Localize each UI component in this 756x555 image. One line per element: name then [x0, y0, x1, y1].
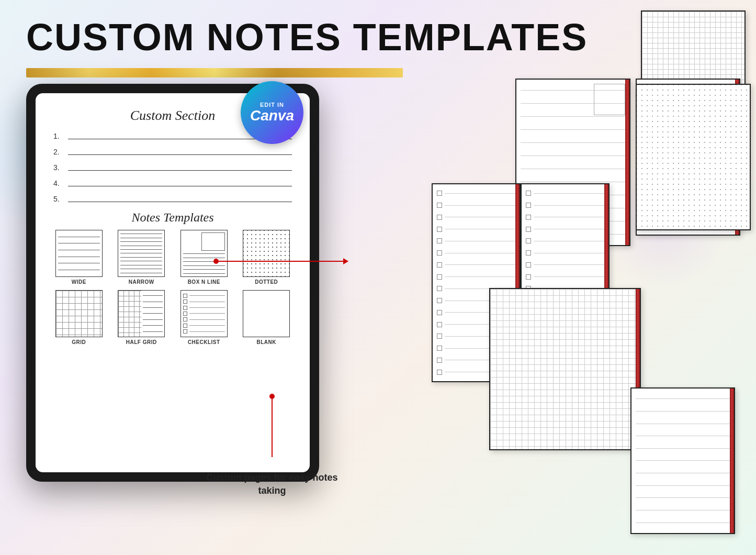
- page-grid-bottom-content: [490, 289, 640, 449]
- page-card-dotted: [636, 84, 751, 230]
- red-arrow-blank-template: [272, 397, 273, 457]
- half-grid-pattern: [118, 291, 164, 337]
- numbered-line-5: 5.: [53, 195, 292, 203]
- template-label-box-n-line: BOX N LINE: [188, 279, 220, 285]
- template-item-narrow: NARROW: [113, 230, 171, 285]
- template-label-checklist: CHECKLIST: [188, 339, 220, 345]
- box-n-line-lines: [181, 251, 227, 276]
- template-box-half-grid: [118, 290, 165, 337]
- line-hr-5: [68, 202, 292, 202]
- template-box-checklist: [180, 290, 228, 337]
- template-item-wide: WIDE: [50, 230, 108, 285]
- template-item-blank: BLANK: [238, 290, 296, 345]
- template-item-grid: GRID: [50, 290, 108, 345]
- caption-text: Custom pages for easy notes taking: [204, 471, 340, 497]
- red-arrow-notes-templates: [217, 261, 348, 262]
- box-n-line-pattern: [181, 230, 227, 276]
- gold-bar-decoration: [26, 68, 403, 77]
- numbered-lines-container: 1. 2. 3. 4. 5.: [53, 132, 292, 203]
- page-top-right-box: [594, 84, 625, 115]
- line-num-2: 2.: [53, 148, 64, 156]
- dotted-pattern: [243, 230, 289, 276]
- blank-pattern: [243, 291, 289, 337]
- notes-templates-title: Notes Templates: [48, 210, 297, 225]
- caption-line2: taking: [258, 485, 286, 496]
- template-label-grid: GRID: [72, 339, 86, 345]
- template-label-dotted: DOTTED: [255, 279, 278, 285]
- template-item-box-n-line: BOX N LINE: [175, 230, 233, 285]
- red-spine-lined-bottom-right: [730, 389, 734, 533]
- template-label-narrow: NARROW: [129, 279, 154, 285]
- template-box-wide: [55, 230, 103, 277]
- template-box-narrow: [118, 230, 165, 277]
- grid-pattern: [56, 291, 102, 337]
- numbered-line-2: 2.: [53, 148, 292, 156]
- half-grid-right: [141, 291, 164, 337]
- page-card-lined-bottom-right: [630, 387, 735, 534]
- line-hr-2: [68, 154, 292, 155]
- template-box-dotted: [243, 230, 290, 277]
- tablet-screen: Custom Section 1. 2. 3. 4. 5.: [36, 93, 310, 472]
- canva-edit-in-label: EDIT IN: [260, 102, 284, 108]
- half-grid-left: [118, 291, 141, 337]
- wide-lines-pattern: [56, 230, 102, 276]
- red-dot-notes-templates: [213, 259, 219, 264]
- caption-line1: Custom pages for easy notes: [206, 472, 337, 483]
- page-lined-bottom-right-lines: [631, 389, 734, 533]
- template-label-blank: BLANK: [257, 339, 277, 345]
- pages-container: [390, 10, 746, 555]
- page-dotted-content: [637, 85, 750, 229]
- template-item-dotted: DOTTED: [238, 230, 296, 285]
- template-box-box-n-line: [180, 230, 228, 277]
- line-num-5: 5.: [53, 195, 64, 203]
- template-item-half-grid: HALF GRID: [113, 290, 171, 345]
- canva-badge[interactable]: EDIT IN Canva: [241, 81, 303, 144]
- templates-grid: WIDE NARROW: [50, 230, 295, 345]
- narrow-lines-pattern: [118, 230, 164, 276]
- line-hr-4: [68, 186, 292, 186]
- checklist-pattern: [181, 291, 227, 337]
- template-box-grid: [55, 290, 103, 337]
- numbered-line-4: 4.: [53, 179, 292, 187]
- line-hr-3: [68, 170, 292, 171]
- canva-brand-label: Canva: [250, 108, 294, 124]
- box-n-line-box: [201, 232, 225, 251]
- template-box-blank: [243, 290, 290, 337]
- red-dot-blank-template: [269, 394, 275, 399]
- template-label-half-grid: HALF GRID: [126, 339, 157, 345]
- template-label-wide: WIDE: [72, 279, 86, 285]
- line-num-4: 4.: [53, 179, 64, 187]
- numbered-line-3: 3.: [53, 163, 292, 172]
- line-num-3: 3.: [53, 163, 64, 172]
- line-num-1: 1.: [53, 132, 64, 140]
- template-item-checklist: CHECKLIST: [175, 290, 233, 345]
- page-card-grid-bottom: [489, 288, 641, 450]
